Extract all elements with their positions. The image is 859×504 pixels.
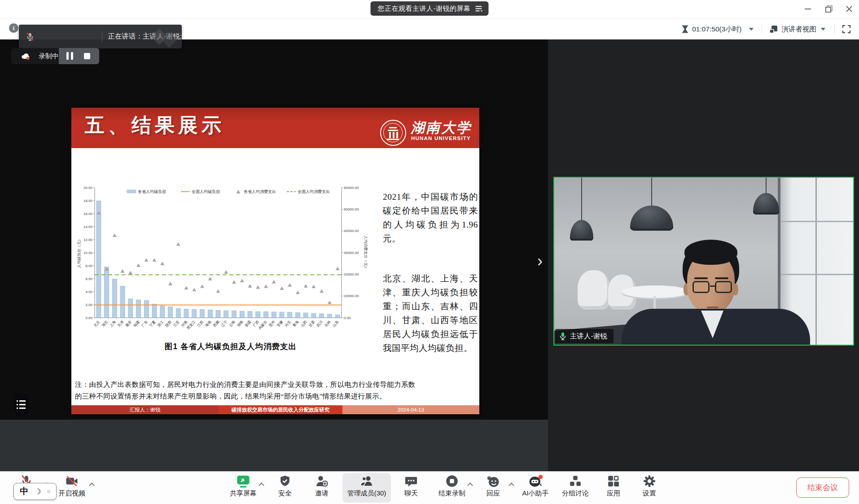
svg-text:0.00: 0.00: [85, 316, 92, 320]
pendant-lamp: [753, 193, 779, 215]
svg-text:10.00: 10.00: [83, 251, 93, 255]
svg-text:重庆: 重庆: [124, 320, 132, 328]
shared-slide: 五、结果展示 五、结果展示 湖南大学 HUNAN UNIVERSITY 0.00…: [71, 108, 479, 414]
lamp-cord: [581, 178, 582, 221]
svg-text:安徽: 安徽: [276, 320, 284, 328]
svg-text:辽宁: 辽宁: [220, 320, 228, 328]
stop-recording-button[interactable]: [84, 53, 90, 59]
mic-muted-icon: [25, 32, 35, 42]
end-meeting-button[interactable]: 结束会议: [796, 478, 849, 498]
collapse-panel-chevron[interactable]: ›: [533, 248, 547, 275]
manage-members-label: 管理成员(30): [342, 489, 391, 498]
slide-title: 五、结果展示: [85, 112, 225, 139]
svg-text:山东: 山东: [332, 320, 339, 328]
figure-caption: 图1 各省人均碳负担及人均消费支出: [123, 341, 338, 352]
presenter-name: 主讲人-谢锐: [570, 332, 607, 341]
recording-controls: [59, 48, 99, 64]
svg-text:2.00: 2.00: [85, 303, 92, 307]
active-mic-icon: [559, 332, 567, 341]
svg-text:山西: 山西: [300, 320, 307, 328]
watching-screen-pill[interactable]: 您正在观看主讲人-谢锐的屏幕: [371, 1, 489, 16]
meeting-toolbar-bottom: 解除静音 开启视频 共享屏幕 安全 邀请: [0, 471, 859, 504]
note-line-1: 注：由投入产出表数据可知，居民对电力行业的消费主要是由间接产业关联导致，所以电力…: [75, 381, 415, 388]
slide-footer-title: 碳排放权交易市场的居民收入分配效应研究: [219, 405, 342, 414]
invite-button[interactable]: 邀请: [297, 474, 346, 498]
manage-members-button[interactable]: 管理成员(30): [342, 474, 391, 498]
stop-record-icon: [445, 474, 459, 488]
settings-button[interactable]: 设置: [625, 474, 674, 498]
invite-label: 邀请: [297, 489, 346, 498]
svg-text:各省人均消费支出: 各省人均消费支出: [244, 189, 276, 194]
carbon-burden-chart: 0.002.004.006.008.0010.0012.0014.0016.00…: [77, 174, 371, 340]
meeting-timer[interactable]: 01:07:50(3小时): [692, 25, 741, 34]
apps-icon: [607, 474, 620, 488]
hourglass-icon: [681, 25, 689, 33]
fullscreen-icon[interactable]: [842, 25, 851, 34]
ime-punctuation-icon: ○: [47, 488, 50, 495]
svg-text:西藏: 西藏: [212, 320, 220, 328]
invite-person-icon: [315, 474, 329, 488]
svg-text:海南: 海南: [204, 320, 212, 328]
shield-check-icon: [279, 474, 291, 488]
svg-text:江苏: 江苏: [172, 320, 180, 328]
pendant-lamp: [570, 220, 593, 241]
lamp-cord: [766, 178, 767, 194]
restore-icon: [825, 5, 833, 13]
svg-text:人均消费支出（元）: 人均消费支出（元）: [364, 236, 368, 270]
pause-recording-button[interactable]: [65, 52, 74, 60]
svg-text:甘肃: 甘肃: [308, 320, 316, 328]
restore-button[interactable]: [823, 3, 835, 15]
close-button[interactable]: [843, 3, 855, 15]
minimize-icon: [804, 5, 811, 13]
svg-text:陕西: 陕西: [165, 320, 172, 328]
divider: [102, 31, 102, 42]
university-seal-logo: [380, 120, 406, 146]
timer-dropdown-caret[interactable]: [749, 28, 754, 31]
svg-text:60000.00: 60000.00: [344, 186, 359, 190]
svg-text:人均碳负担（元）: 人均碳负担（元）: [77, 237, 81, 268]
svg-text:16.00: 16.00: [83, 212, 93, 216]
presenter-video[interactable]: 主讲人-谢锐: [553, 177, 854, 346]
settings-label: 设置: [625, 489, 674, 498]
presenter-eyebrow: [694, 277, 708, 279]
svg-text:青海: 青海: [292, 320, 300, 328]
note-line-2: 的三种不同设置情形并未对结果产生明显影响，因此，结果均采用“部分市场电”情形结果…: [75, 392, 386, 400]
presenter-mouth: [707, 307, 719, 308]
slide-note: 注：由投入产出表数据可知，居民对电力行业的消费主要是由间接产业关联导致，所以电力…: [75, 379, 476, 402]
pendant-lamp: [630, 206, 673, 231]
glasses-bridge: [710, 285, 715, 287]
speaker-view-icon: [769, 25, 778, 34]
chat-icon: [404, 474, 418, 488]
ime-language-bar[interactable]: 中 ☽ ○: [13, 483, 57, 500]
svg-text:40000.00: 40000.00: [344, 229, 359, 233]
switch-screen-icon: [475, 5, 483, 12]
speaking-indicator-toast: 正在讲话：主讲人-谢锐;: [19, 25, 182, 48]
reaction-smiley-icon: [486, 474, 500, 488]
cloud-record-icon: [21, 52, 31, 60]
office-chair: [578, 270, 610, 310]
info-icon[interactable]: i: [9, 23, 18, 33]
view-mode-caret[interactable]: [821, 28, 825, 31]
svg-text:18.00: 18.00: [83, 199, 93, 203]
glasses-right-lens: [715, 281, 732, 293]
svg-text:广东: 广东: [140, 320, 148, 328]
slide-footer-date: 2024-04-13: [342, 405, 479, 414]
window-titlebar: 您正在观看主讲人-谢锐的屏幕: [0, 0, 859, 19]
minimize-button[interactable]: [802, 3, 814, 15]
glasses-left-lens: [692, 281, 710, 293]
agenda-list-button[interactable]: [14, 393, 28, 416]
ime-chinese-mode: 中: [20, 486, 28, 497]
svg-text:湖南: 湖南: [236, 320, 244, 328]
view-mode-label[interactable]: 演讲者视图: [782, 25, 817, 34]
stage-lower-strip: [0, 420, 548, 471]
svg-text:10000.00: 10000.00: [344, 294, 359, 298]
ai-assistant-icon: [528, 474, 543, 488]
svg-text:吉林: 吉林: [324, 320, 331, 328]
svg-text:12.00: 12.00: [83, 238, 93, 242]
divider: [762, 25, 762, 34]
university-name-en: HUNAN UNIVERSITY: [411, 136, 471, 141]
members-icon: [359, 474, 374, 488]
svg-text:全国人均碳负担: 全国人均碳负担: [192, 189, 220, 194]
svg-text:福建: 福建: [132, 320, 140, 328]
recording-label: 录制中: [39, 52, 59, 61]
